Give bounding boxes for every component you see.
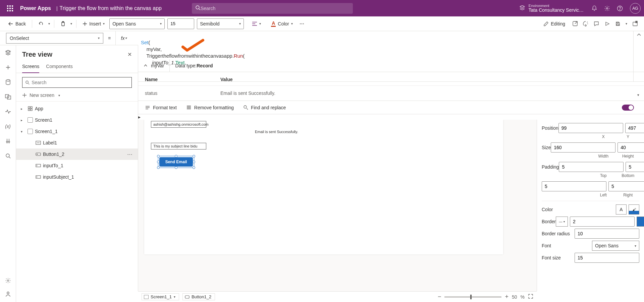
font-family-prop-select[interactable]: Open Sans ▾ (592, 241, 639, 251)
svg-rect-6 (7, 10, 8, 11)
item-context-menu-icon[interactable]: ⋯ (127, 151, 133, 158)
media-icon[interactable] (5, 94, 11, 100)
scroll-right-icon[interactable]: ▸ (138, 114, 644, 120)
breadcrumb-button[interactable]: Button1_2 (182, 293, 215, 300)
variables-icon[interactable]: (x) (5, 123, 11, 130)
font-weight-select[interactable]: Semibold ▾ (197, 18, 244, 29)
format-text-button[interactable]: Format text (145, 105, 177, 110)
insert-button[interactable]: Insert ▾ (80, 20, 107, 28)
property-row: OnSelect ▾ = fx ▾ (0, 31, 138, 45)
canvas-input-to[interactable]: ashish@ashishg.onmicrosoft.com (151, 121, 206, 128)
font-family-select[interactable]: Open Sans ▾ (109, 18, 165, 29)
tree-item-button1-2[interactable]: Button1_2 ⋯ (16, 148, 138, 160)
tab-components[interactable]: Components (46, 61, 72, 73)
undo-dropdown-icon[interactable]: ▾ (48, 22, 50, 25)
border-color-swatch[interactable] (637, 217, 644, 227)
zoom-in-button[interactable]: + (505, 293, 508, 300)
position-y-input[interactable] (625, 123, 644, 133)
zoom-unit: % (521, 294, 525, 300)
comments-icon[interactable] (593, 21, 599, 27)
zoom-slider[interactable] (444, 296, 501, 298)
font-size-prop-input[interactable] (575, 253, 639, 263)
settings-icon[interactable] (604, 5, 610, 12)
table-row[interactable]: status Email is sent Successfully. (138, 86, 644, 101)
width-input[interactable] (551, 142, 615, 153)
search-rail-icon[interactable] (5, 153, 11, 159)
position-x-input[interactable] (558, 123, 623, 133)
data-icon[interactable] (5, 79, 11, 85)
new-screen-button[interactable]: New screen ▾ (16, 90, 138, 102)
svg-rect-3 (7, 8, 8, 9)
property-select[interactable]: OnSelect ▾ (6, 33, 103, 44)
tree-search[interactable] (22, 77, 132, 88)
collapse-icon[interactable]: ▾ (21, 130, 25, 133)
padding-bottom-input[interactable] (626, 162, 644, 172)
settings-rail-icon[interactable] (5, 277, 11, 284)
editing-mode-button[interactable]: Editing (541, 20, 567, 28)
find-replace-button[interactable]: Find and replace (243, 105, 286, 110)
fit-to-screen-icon[interactable] (528, 294, 533, 300)
align-button[interactable]: ▾ (250, 20, 263, 27)
canvas-input-subject[interactable]: This is my subject line bidu (151, 143, 206, 149)
app-checker-icon[interactable] (583, 21, 589, 27)
font-size-input[interactable] (167, 18, 194, 29)
tab-screens[interactable]: Screens (22, 61, 39, 73)
height-input[interactable] (618, 142, 644, 153)
padding-top-input[interactable] (559, 162, 624, 172)
padding-right-input[interactable] (608, 181, 644, 191)
power-automate-icon[interactable] (5, 108, 11, 115)
user-avatar[interactable]: AG (630, 3, 641, 14)
remove-formatting-button[interactable]: Remove formatting (186, 105, 234, 110)
tree-item-inputto[interactable]: inputTo_1 (16, 160, 138, 171)
canvas-send-email-button[interactable]: Send Email (159, 157, 193, 167)
expand-icon[interactable]: ▸ (21, 107, 25, 111)
virtual-agent-icon[interactable] (5, 291, 11, 297)
fx-button[interactable]: fx ▾ (115, 31, 132, 45)
breadcrumb-screen[interactable]: Screen1_1 ▾ (142, 293, 179, 300)
tree-item-screen1-1[interactable]: ▾ Screen1_1 (16, 126, 138, 137)
expand-row-icon[interactable]: ▾ (637, 93, 639, 97)
share-icon[interactable] (572, 21, 578, 27)
svg-rect-40 (36, 176, 41, 178)
more-commands[interactable]: ⋯ (298, 20, 307, 28)
border-radius-input[interactable] (575, 229, 639, 239)
environment-picker[interactable]: Environment Tata Consultancy Servic… (519, 4, 584, 13)
undo-button[interactable] (36, 20, 46, 28)
expand-icon[interactable]: ▸ (21, 118, 25, 122)
text-color-swatch[interactable]: A (616, 204, 627, 215)
zoom-out-button[interactable]: − (438, 293, 441, 300)
border-style-select[interactable]: — ▾ (556, 217, 568, 227)
intellisense-toggle[interactable] (622, 105, 634, 111)
advanced-tools-icon[interactable] (5, 138, 11, 144)
tree-item-app[interactable]: ▸ App (16, 103, 138, 114)
font-color-button[interactable]: A Color ▾ (269, 19, 295, 28)
back-button[interactable]: Back (6, 20, 28, 28)
tree-search-input[interactable] (32, 80, 129, 85)
help-icon[interactable] (616, 5, 623, 12)
canvas-screen[interactable]: ashish@ashishg.onmicrosoft.com Email is … (144, 120, 503, 254)
padding-left-input[interactable] (542, 181, 606, 191)
prop-label-position: Position (542, 125, 558, 131)
app-launcher-icon[interactable] (3, 0, 17, 16)
save-icon[interactable] (615, 21, 621, 27)
notifications-icon[interactable] (591, 5, 598, 12)
preview-icon[interactable] (604, 21, 610, 27)
tree-view-icon[interactable] (5, 49, 11, 56)
canvas-status-label[interactable]: Email is sent Successfully. (255, 130, 298, 134)
global-search[interactable] (192, 3, 353, 14)
publish-icon[interactable] (632, 21, 638, 27)
insert-icon[interactable] (5, 64, 11, 71)
save-dropdown-icon[interactable]: ▾ (626, 22, 627, 25)
app-name[interactable]: Power Apps (17, 5, 54, 11)
result-variable[interactable]: myVar (138, 63, 169, 68)
fill-color-swatch[interactable]: 🖌 (629, 204, 639, 215)
close-icon[interactable]: ✕ (127, 51, 132, 58)
tree-item-inputsubject[interactable]: inputSubject_1 (16, 171, 138, 183)
border-width-input[interactable] (570, 217, 635, 227)
canvas[interactable]: ashish@ashishg.onmicrosoft.com Email is … (138, 120, 537, 291)
tree-item-screen1[interactable]: ▸ Screen1 (16, 114, 138, 126)
tree-item-label1[interactable]: Label1 (16, 137, 138, 148)
paste-dropdown-icon[interactable]: ▾ (70, 22, 72, 25)
paste-button[interactable] (58, 20, 68, 28)
search-input[interactable] (201, 6, 350, 11)
